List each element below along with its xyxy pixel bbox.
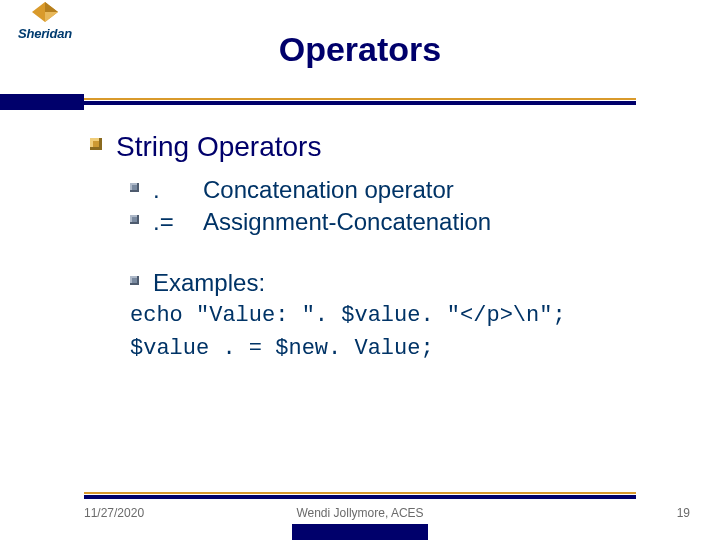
operator-symbol: .=	[153, 206, 203, 238]
code-line: echo "Value: ". $value. "</p>\n";	[130, 299, 680, 332]
sheridan-logo: Sheridan	[6, 0, 84, 41]
operator-description: Assignment-Concatenation	[203, 206, 491, 238]
bullet-icon	[130, 215, 139, 224]
diamond-icon	[30, 0, 60, 24]
header-accent-strip	[0, 94, 84, 110]
operator-description: Concatenation operator	[203, 174, 454, 206]
footer-rule-gold	[84, 492, 636, 494]
logo-text: Sheridan	[6, 26, 84, 41]
slide-body: String Operators . Concatenation operato…	[90, 128, 680, 365]
examples-label: Examples:	[153, 267, 265, 299]
header-rule-navy	[84, 101, 636, 105]
header-rule-gold	[84, 98, 636, 100]
slide-title: Operators	[0, 6, 720, 69]
operator-row: . Concatenation operator	[130, 174, 680, 206]
bullet-icon	[90, 138, 102, 150]
slide-header: Sheridan Operators	[0, 0, 720, 100]
slide-footer: 11/27/2020 Wendi Jollymore, ACES 19	[0, 492, 720, 540]
operator-symbol: .	[153, 174, 203, 206]
footer-accent-strip	[292, 524, 428, 540]
svg-marker-2	[45, 12, 58, 22]
operator-row: .= Assignment-Concatenation	[130, 206, 680, 238]
section-heading-row: String Operators	[90, 128, 680, 166]
bullet-icon	[130, 183, 139, 192]
footer-date: 11/27/2020	[84, 506, 144, 520]
footer-page-number: 19	[677, 506, 690, 520]
examples-heading-row: Examples:	[130, 267, 680, 299]
footer-author: Wendi Jollymore, ACES	[296, 506, 423, 520]
footer-rule-navy	[84, 495, 636, 499]
bullet-icon	[130, 276, 139, 285]
code-line: $value . = $new. Value;	[130, 332, 680, 365]
section-heading: String Operators	[116, 128, 321, 166]
svg-marker-1	[45, 2, 58, 12]
slide: Sheridan Operators String Operators . Co…	[0, 0, 720, 540]
